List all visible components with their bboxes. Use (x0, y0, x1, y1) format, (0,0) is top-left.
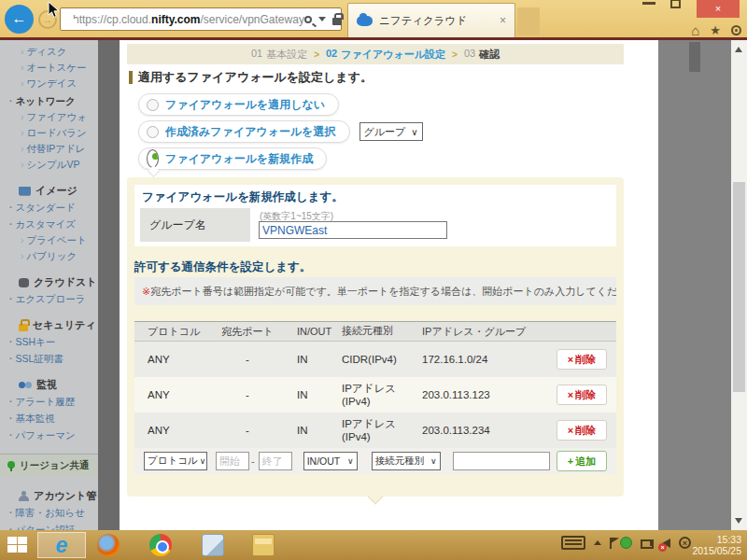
sidebar-item[interactable]: ディスク (21, 46, 98, 59)
firewall-option-pill[interactable]: ファイアウォールを新規作成 (138, 147, 327, 170)
plus-icon (568, 455, 573, 467)
image-icon (19, 187, 31, 195)
favorites-star-icon[interactable]: ★ (710, 23, 721, 37)
sidebar-item[interactable]: オートスケー (21, 62, 98, 75)
sidebar-item[interactable]: セキュリティ (19, 318, 98, 332)
scroll-up-arrow[interactable] (735, 47, 742, 52)
volume-muted-icon[interactable] (662, 539, 670, 548)
sidebar-item[interactable]: スタンダード (9, 202, 98, 215)
back-button[interactable]: ← (5, 5, 34, 34)
sidebar-item[interactable]: ファイアウォ (21, 111, 98, 124)
sidebar-item[interactable]: パブリック (21, 250, 98, 263)
sidebar-item[interactable]: リージョン共通 (0, 454, 98, 477)
inout-select[interactable]: IN/OUT (303, 452, 358, 470)
sidebar-item[interactable]: イメージ (19, 184, 98, 198)
sidebar-item[interactable]: アカウント管 (19, 489, 98, 503)
sidebar-item[interactable]: 基本監視 (9, 413, 98, 426)
sidebar-item[interactable]: プライベート (21, 234, 98, 247)
cell-protocol: ANY (148, 425, 218, 436)
browser-tab[interactable]: ニフティクラウド × (347, 3, 515, 37)
scroll-down-arrow[interactable] (735, 518, 742, 524)
sidebar-nav: ディスクオートスケーワンデイスネットワークファイアウォロードバラン付替IPアドレ… (0, 40, 98, 530)
firewall-option-pill[interactable]: 作成済みファイアウォールを選択 (138, 120, 350, 143)
protocol-select[interactable]: プロトコル (144, 452, 207, 470)
taskbar-clock[interactable]: 15:33 2015/05/25 (692, 534, 741, 556)
tray-expand-icon[interactable] (594, 540, 601, 545)
clock-date: 2015/05/25 (692, 545, 741, 556)
ip-address-input[interactable] (453, 452, 550, 470)
sidebar-item[interactable]: パフォーマン (9, 429, 98, 442)
window-minimize-button[interactable] (642, 2, 655, 5)
sidebar-item[interactable]: 障害・お知らせ (9, 507, 98, 520)
system-tray: × (561, 536, 691, 550)
sidebar-item-label: SSHキー (15, 336, 55, 347)
file-explorer-icon[interactable] (252, 534, 275, 556)
column-header: IN/OUT (276, 326, 342, 337)
sidebar-item[interactable]: ワンデイス (21, 77, 98, 91)
monitoring-icon (19, 382, 32, 389)
gear-icon[interactable] (731, 25, 741, 35)
port-end-input[interactable] (259, 452, 292, 470)
breadcrumb-step[interactable]: 03確認 (464, 48, 500, 62)
x-icon (568, 425, 573, 436)
delete-row-button[interactable]: 削除 (557, 420, 607, 441)
sidebar-item[interactable]: ネットワーク (9, 95, 98, 108)
touch-keyboard-icon[interactable] (561, 536, 585, 550)
sidebar-item[interactable]: SSHキー (9, 336, 98, 349)
cloud-tab-icon (357, 16, 373, 26)
port-range-note: ※宛先ポート番号は範囲指定が可能です。単一ポートを指定する場合は、開始ポートのみ… (134, 277, 616, 305)
table-row: ANY-INIPアドレス(IPv4)203.0.113.234削除 (134, 413, 616, 448)
window-restore-button[interactable] (670, 0, 681, 8)
firefox-icon[interactable] (97, 534, 120, 556)
notepad-icon[interactable] (202, 534, 224, 556)
start-button[interactable] (7, 537, 28, 553)
breadcrumb: 01基本設定>02ファイアウォール設定>03確認 (127, 44, 624, 64)
security-status-icon[interactable] (620, 537, 632, 549)
home-icon[interactable]: ⌂ (691, 22, 699, 38)
source-type-select[interactable]: 接続元種別 (372, 452, 441, 470)
cell-protocol: ANY (148, 389, 218, 400)
window-close-button[interactable]: × (697, 0, 740, 18)
sidebar-item[interactable]: 付替IPアドレ (21, 143, 98, 156)
breadcrumb-step[interactable]: 02ファイアウォール設定 (326, 48, 445, 62)
group-name-input[interactable] (259, 221, 447, 239)
sidebar-item[interactable]: SSL証明書 (9, 353, 98, 366)
table-row: ANY-INCIDR(IPv4)172.16.1.0/24削除 (134, 342, 616, 377)
conditions-heading: 許可する通信条件を設定します。 (134, 259, 311, 275)
address-bar[interactable]: https://cp.cloud.nifty.com/service/vpnGa… (60, 7, 342, 31)
group-select[interactable]: グループ (359, 122, 423, 141)
sidebar-item[interactable]: シンプルVP (21, 159, 98, 172)
chrome-icon[interactable] (149, 534, 172, 556)
breadcrumb-step[interactable]: 01基本設定 (251, 48, 307, 62)
scrollbar-thumb[interactable] (733, 182, 745, 392)
sidebar-item-label: リージョン共通 (20, 459, 89, 472)
sidebar-item[interactable]: クラウドスト (19, 275, 98, 289)
port-start-input[interactable] (216, 452, 249, 470)
sidebar-item[interactable]: ロードバラン (21, 127, 98, 140)
action-center-flag-icon[interactable] (610, 538, 612, 549)
dimmed-overlay-left (98, 40, 120, 530)
delete-row-button[interactable]: 削除 (557, 349, 607, 370)
vertical-scrollbar[interactable] (731, 40, 747, 530)
add-condition-button[interactable]: 追加 (557, 451, 607, 471)
status-x-icon[interactable]: × (679, 537, 691, 549)
search-icon[interactable] (304, 16, 312, 23)
firewall-option-pill[interactable]: ファイアウォールを適用しない (138, 93, 339, 116)
sidebar-item-label: スタンダード (15, 202, 75, 213)
delete-row-button[interactable]: 削除 (557, 385, 607, 405)
table-row: ANY-INIPアドレス(IPv4)203.0.113.123削除 (134, 377, 616, 413)
conditions-table: プロトコル宛先ポートIN/OUT接続元種別IPアドレス・グループ ANY-INC… (134, 321, 616, 474)
breadcrumb-separator: > (452, 49, 458, 60)
sidebar-item-label: オートスケー (26, 62, 86, 73)
sidebar-item[interactable]: カスタマイズ (9, 218, 98, 231)
chevron-down-icon[interactable] (318, 17, 326, 21)
tab-close-icon[interactable]: × (500, 14, 506, 27)
sidebar-item[interactable]: アラート履歴 (9, 396, 98, 409)
sidebar-item-label: 付替IPアドレ (26, 143, 85, 154)
x-icon (568, 389, 573, 400)
sidebar-item[interactable]: パターン認証 (9, 524, 98, 530)
sidebar-item[interactable]: 監視 (19, 378, 98, 392)
new-tab-button[interactable] (517, 7, 540, 35)
taskbar-ie-active[interactable]: e (37, 532, 86, 558)
sidebar-item[interactable]: エクスプローラ (9, 293, 98, 306)
